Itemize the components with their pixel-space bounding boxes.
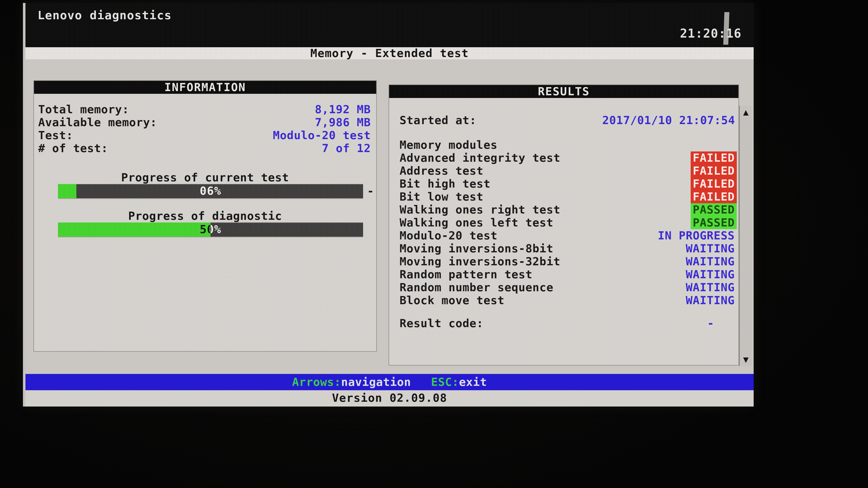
test-name: Random pattern test <box>400 268 532 281</box>
results-header: RESULTS <box>389 85 738 98</box>
information-field-row: # of test:7 of 12 <box>38 142 371 155</box>
test-name: Moving inversions-8bit <box>400 242 553 255</box>
test-name: Random number sequence <box>400 281 553 294</box>
progress-current-bar: 06% 06% <box>58 184 363 198</box>
test-name: Bit high test <box>400 177 491 190</box>
diagnostics-screen: Lenovo diagnostics 21:20:16 Memory - Ext… <box>23 3 754 406</box>
test-row: Block move testWAITING <box>389 294 738 307</box>
progress-current-percent-overlay: 06% <box>58 184 363 198</box>
test-status: FAILED <box>691 151 737 164</box>
scrollbar-up-icon[interactable]: ▲ <box>740 106 752 119</box>
key-hint: Arrows:navigation <box>292 374 411 390</box>
test-status: FAILED <box>691 177 737 190</box>
field-label: Available memory: <box>38 116 157 129</box>
test-row: Bit low testFAILED <box>389 190 738 203</box>
field-label: Test: <box>38 129 73 142</box>
progress-current-wrap: 06% 06% - <box>58 184 363 198</box>
key-hint: ESC:exit <box>431 374 487 390</box>
test-row: Modulo-20 testIN PROGRESS <box>389 229 738 242</box>
field-value: 8,192 MB <box>315 103 371 116</box>
test-row: Memory modules <box>389 139 738 151</box>
test-status: FAILED <box>691 190 737 203</box>
test-name: Modulo-20 test <box>400 229 497 242</box>
result-code-label: Result code: <box>400 317 484 330</box>
results-panel: RESULTS Started at: 2017/01/10 21:07:54 … <box>389 84 739 366</box>
progress-current-label: Progress of current test <box>34 171 376 184</box>
test-status: PASSED <box>691 216 737 229</box>
main-area: INFORMATION Total memory:8,192 MBAvailab… <box>26 59 754 374</box>
progress-diagnostic-wrap: 50% 50% <box>58 223 363 237</box>
results-scrollbar[interactable]: ▲ ▼ <box>739 106 752 366</box>
information-field-row: Available memory:7,986 MB <box>38 116 371 129</box>
test-name: Walking ones right test <box>400 203 560 216</box>
key-action: navigation <box>341 375 411 389</box>
page-title: Memory - Extended test <box>26 47 754 59</box>
information-field-row: Total memory:8,192 MB <box>38 103 371 116</box>
test-status: WAITING <box>684 255 737 268</box>
key-action: exit <box>459 375 487 389</box>
test-status: WAITING <box>684 268 737 281</box>
test-name: Address test <box>400 164 484 177</box>
test-name: Advanced integrity test <box>400 151 560 164</box>
test-status: IN PROGRESS <box>656 229 737 242</box>
test-status: FAILED <box>691 164 737 177</box>
test-status: PASSED <box>691 203 737 216</box>
progress-diagnostic-bar: 50% 50% <box>58 223 363 237</box>
progress-diagnostic-label: Progress of diagnostic <box>34 209 376 223</box>
key-hints-bar: Arrows:navigationESC:exit <box>26 374 754 390</box>
test-row: Walking ones left testPASSED <box>389 216 738 229</box>
started-at-value: 2017/01/10 21:07:54 <box>602 114 735 127</box>
test-name: Memory modules <box>400 139 497 151</box>
key-name: ESC: <box>431 375 459 389</box>
test-row: Address testFAILED <box>389 164 738 177</box>
title-bar: Lenovo diagnostics 21:20:16 <box>26 3 754 47</box>
information-panel: INFORMATION Total memory:8,192 MBAvailab… <box>33 80 377 352</box>
field-label: Total memory: <box>38 103 129 116</box>
version-bar: Version 02.09.08 <box>26 390 754 406</box>
result-code-row: Result code: - <box>389 317 738 330</box>
started-at-row: Started at: 2017/01/10 21:07:54 <box>389 114 738 127</box>
scrollbar-down-icon[interactable]: ▼ <box>740 353 752 366</box>
test-row: Random number sequenceWAITING <box>389 281 738 294</box>
test-row: Walking ones right testPASSED <box>389 203 738 216</box>
field-label: # of test: <box>38 142 108 155</box>
information-header: INFORMATION <box>34 81 376 94</box>
clock: 21:20:16 <box>680 26 742 40</box>
information-fields: Total memory:8,192 MBAvailable memory:7,… <box>38 103 371 155</box>
test-name: Moving inversions-32bit <box>400 255 560 268</box>
field-value: 7 of 12 <box>322 142 371 155</box>
key-name: Arrows: <box>292 375 341 389</box>
test-row: Advanced integrity testFAILED <box>389 151 738 164</box>
test-status: WAITING <box>684 294 737 307</box>
test-status: WAITING <box>684 242 737 255</box>
field-value: Modulo-20 test <box>273 129 371 142</box>
app-title: Lenovo diagnostics <box>37 8 172 22</box>
test-row: Random pattern testWAITING <box>389 268 738 281</box>
test-name: Bit low test <box>400 190 484 203</box>
started-at-label: Started at: <box>400 114 476 127</box>
test-row: Bit high testFAILED <box>389 177 738 190</box>
test-list: Memory modulesAdvanced integrity testFAI… <box>389 139 738 307</box>
test-status: WAITING <box>684 281 737 294</box>
test-name: Walking ones left test <box>400 216 553 229</box>
test-row: Moving inversions-8bitWAITING <box>389 242 738 255</box>
cursor-dash: - <box>367 184 374 198</box>
field-value: 7,986 MB <box>315 116 371 129</box>
information-field-row: Test:Modulo-20 test <box>38 129 371 142</box>
result-code-value: - <box>707 317 714 330</box>
test-row: Moving inversions-32bitWAITING <box>389 255 738 268</box>
test-name: Block move test <box>400 294 504 307</box>
